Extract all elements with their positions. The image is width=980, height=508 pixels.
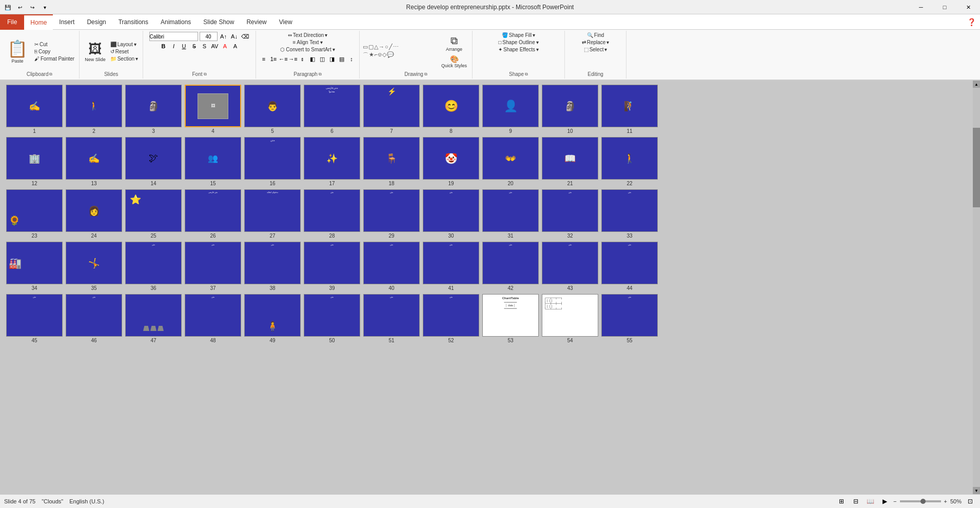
slide-thumb-50[interactable]: متن 50 — [304, 294, 360, 343]
paste-button[interactable]: 📋 Paste — [3, 38, 32, 65]
triangle-shape[interactable]: △ — [374, 44, 378, 50]
align-right-button[interactable]: ◨ — [327, 54, 337, 64]
arrange-button[interactable]: ⧉ Arrange — [444, 34, 464, 53]
rounded-rect-shape[interactable]: ▢ — [368, 44, 374, 50]
slide-thumb-45[interactable]: متن 45 — [6, 294, 63, 343]
customize-button[interactable]: ▾ — [39, 2, 50, 13]
scroll-thumb[interactable] — [973, 128, 980, 208]
ribbon-shape[interactable]: ⎊ — [378, 51, 382, 59]
shadow-button[interactable]: S — [200, 42, 209, 51]
decrease-font-button[interactable]: A↓ — [230, 32, 239, 41]
clear-format-button[interactable]: ⌫ — [241, 32, 250, 41]
slide-thumb-8[interactable]: 😊 8 — [423, 85, 479, 134]
align-left-button[interactable]: ◧ — [308, 54, 317, 64]
quick-access-toolbar[interactable]: 💾 ↩ ↪ ▾ — [0, 0, 50, 14]
slide-thumb-21[interactable]: 📖 21 — [542, 137, 598, 186]
slide-thumb-5[interactable]: 👨 5 — [244, 85, 301, 134]
font-expand-icon[interactable]: ⧉ — [204, 72, 207, 77]
slide-thumb-14[interactable]: 🕊 14 — [125, 137, 182, 186]
bullets-button[interactable]: ≡ — [259, 54, 268, 64]
star-shape[interactable]: ★ — [369, 51, 374, 59]
slide-thumb-36[interactable]: متن 36 — [125, 242, 182, 291]
format-painter-button[interactable]: 🖌 Format Painter — [33, 55, 76, 62]
tab-transitions[interactable]: Transitions — [112, 14, 154, 30]
text-highlight-button[interactable]: A — [231, 42, 240, 51]
slide-thumb-25[interactable]: ⭐ 25 — [125, 189, 182, 239]
justify-button[interactable]: ▤ — [337, 54, 346, 64]
slide-grid[interactable]: ✍ 1 🚶 2 🗿 3 🖼 — [0, 81, 973, 494]
slide-thumb-4[interactable]: 🖼 4 — [185, 85, 241, 134]
char-spacing-button[interactable]: AV — [210, 42, 220, 51]
slide-thumb-30[interactable]: متن 30 — [423, 189, 479, 239]
layout-button[interactable]: ⬛ Layout ▾ — [109, 41, 140, 48]
convert-smartart-button[interactable]: ⬡ Convert to SmartArt ▾ — [279, 46, 336, 53]
bracket-shape[interactable]: ⌐ — [375, 51, 378, 59]
slide-thumb-13[interactable]: ✍ 13 — [66, 137, 122, 186]
tab-file[interactable]: File — [0, 14, 24, 30]
oval-shape[interactable]: ○ — [385, 44, 388, 50]
clipboard-expand-icon[interactable]: ⧉ — [49, 72, 52, 77]
save-button[interactable]: 💾 — [2, 2, 13, 13]
reading-view-button[interactable]: 📖 — [865, 496, 876, 507]
italic-button[interactable]: I — [169, 42, 179, 51]
more-shapes[interactable]: ⋯ — [393, 44, 399, 50]
slide-thumb-15[interactable]: 👥 15 — [185, 137, 241, 186]
font-name-input[interactable] — [149, 32, 198, 41]
slide-thumb-24[interactable]: 👩 24 — [66, 189, 122, 239]
copy-button[interactable]: ⎘ Copy — [33, 48, 76, 55]
select-button[interactable]: ⬚ Select ▾ — [582, 46, 609, 53]
minimize-button[interactable]: ─ — [909, 0, 933, 14]
slide-thumb-22[interactable]: 🚶 22 — [601, 137, 658, 186]
slide-thumb-3[interactable]: 🗿 3 — [125, 85, 182, 134]
close-button[interactable]: ✕ — [956, 0, 980, 14]
font-color-button[interactable]: A — [221, 42, 230, 51]
numbering-button[interactable]: 1≡ — [269, 54, 278, 64]
paragraph-expand-icon[interactable]: ⧉ — [319, 72, 322, 77]
new-slide-button[interactable]: 🖼 New Slide — [83, 40, 108, 63]
slide-thumb-18[interactable]: 🪑 18 — [363, 137, 420, 186]
slide-thumb-37[interactable]: متن 37 — [185, 242, 241, 291]
line-spacing-button[interactable]: ↕ — [347, 54, 356, 64]
section-button[interactable]: 📁 Section ▾ — [109, 55, 140, 62]
slide-thumb-17[interactable]: ✨ 17 — [304, 137, 360, 186]
slide-thumb-7[interactable]: ⚡ 7 — [363, 85, 420, 134]
replace-button[interactable]: ⇄ Replace ▾ — [580, 39, 611, 46]
zoom-out-icon[interactable]: − — [893, 498, 896, 504]
slide-thumb-39[interactable]: متن 39 — [304, 242, 360, 291]
increase-font-button[interactable]: A↑ — [219, 32, 228, 41]
slide-thumb-19[interactable]: 🤡 19 — [423, 137, 479, 186]
tab-view[interactable]: View — [273, 14, 299, 30]
line-shape[interactable]: ╱ — [389, 44, 393, 50]
tab-design[interactable]: Design — [81, 14, 112, 30]
indent-decrease-button[interactable]: ←≡ — [279, 54, 288, 64]
slide-thumb-40[interactable]: متن 40 — [363, 242, 420, 291]
find-button[interactable]: 🔍 Find — [585, 32, 605, 38]
slide-thumb-32[interactable]: متن 32 — [542, 189, 598, 239]
columns-button[interactable]: ⫾ — [298, 54, 307, 64]
zoom-slider[interactable] — [900, 500, 941, 502]
scroll-track[interactable] — [973, 88, 980, 487]
slide-thumb-12[interactable]: 🏢 12 — [6, 137, 63, 186]
curve-shape[interactable]: ⌒ — [363, 51, 368, 59]
slide-thumb-11[interactable]: 🧗 11 — [601, 85, 658, 134]
align-center-button[interactable]: ◫ — [318, 54, 327, 64]
slide-sorter-button[interactable]: ⊟ — [850, 496, 861, 507]
slide-thumb-41[interactable]: متن 41 — [423, 242, 479, 291]
redo-button[interactable]: ↪ — [27, 2, 38, 13]
scroll-up-button[interactable]: ▲ — [973, 81, 980, 88]
normal-view-button[interactable]: ⊞ — [836, 496, 847, 507]
slide-thumb-2[interactable]: 🚶 2 — [66, 85, 122, 134]
tab-home[interactable]: Home — [24, 14, 53, 30]
font-size-input[interactable] — [200, 32, 218, 41]
tab-slideshow[interactable]: Slide Show — [197, 14, 240, 30]
diamond-shape[interactable]: ◇ — [382, 51, 386, 59]
drawing-expand-icon[interactable]: ⧉ — [424, 72, 427, 77]
scroll-down-button[interactable]: ▼ — [973, 487, 980, 494]
slide-thumb-54[interactable]: ┌──┬──┬──┐ │ │ │ │ ├──┼──┼──┤ │ │ │ │ └─… — [542, 294, 598, 343]
slide-thumb-16[interactable]: متن 16 — [244, 137, 301, 186]
slideshow-button[interactable]: ▶ — [879, 496, 890, 507]
help-icon[interactable]: ❓ — [967, 18, 976, 26]
tab-review[interactable]: Review — [240, 14, 272, 30]
shape-effects-button[interactable]: ✦ Shape Effects ▾ — [497, 46, 540, 53]
slide-thumb-29[interactable]: متن 29 — [363, 189, 420, 239]
